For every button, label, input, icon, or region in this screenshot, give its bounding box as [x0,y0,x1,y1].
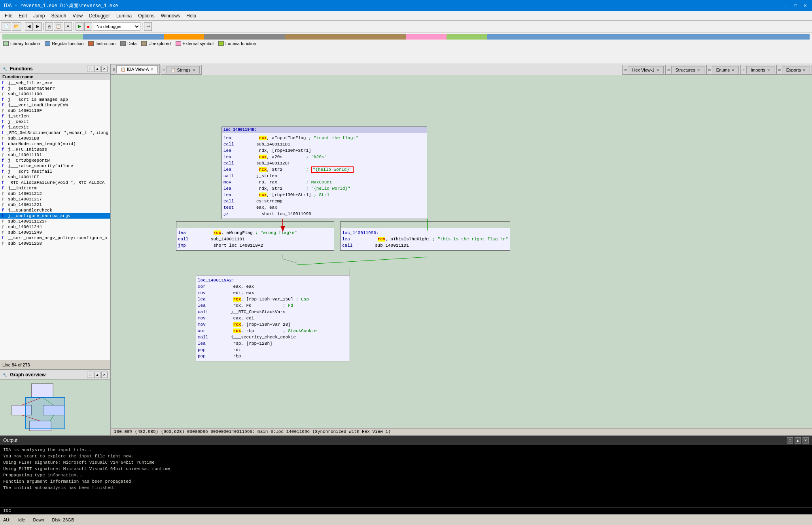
menu-jump[interactable]: Jump [30,12,48,19]
func-list-item[interactable]: fj___scrt_is_managed_app [0,97,110,102]
menu-windows[interactable]: Windows [158,12,184,19]
toolbar-stop[interactable]: ■ [84,22,92,31]
output-line: IDA is analysing the input file... [3,447,809,453]
functions-close-btn[interactable]: ✕ [101,66,108,72]
menu-help[interactable]: Help [183,12,199,19]
tab-ida-view-icon: 📋 [121,67,125,72]
bottom-status-bar: AU: idle Down Disk: 26GB [0,514,812,525]
coord-bar: 100.00% (482,985) (960,628) 00000D96 000… [111,428,812,435]
func-list-item[interactable]: ƒsub_14001119F [0,108,110,113]
func-list-item[interactable]: ƒsub_140011212 [0,191,110,196]
func-list-item[interactable]: ƒsub_140011221 [0,202,110,208]
graph-restore-btn[interactable]: □ [87,372,93,378]
tab-ida-view[interactable]: 📋 IDA View-A ✕ [116,65,158,74]
toolbar-back[interactable]: ◀ [25,22,33,31]
output-maximize-btn[interactable]: ▲ [795,437,801,444]
tab-strings[interactable]: 📋 Strings ✕ [167,66,200,74]
func-list-item[interactable]: fj_strlen [0,113,110,119]
toolbar-fwd[interactable]: ▶ [34,22,42,31]
graph-close-btn[interactable]: ✕ [101,372,108,378]
menu-lumina[interactable]: Lumina [113,12,135,19]
func-list-item[interactable]: fj_atexit [0,125,110,130]
toolbar-copy[interactable]: ⎘ [45,22,53,31]
output-close-btn[interactable]: ✕ [803,437,809,444]
graph-maximize-btn[interactable]: ▲ [94,372,100,378]
maximize-button[interactable]: □ [791,2,799,9]
toolbar-run[interactable]: ▶ [76,22,83,31]
output-input[interactable] [13,508,809,513]
legend-label-data: Data [127,41,136,46]
toolbar-open[interactable]: 📂 [12,22,21,31]
func-list-item[interactable]: fj__GSHandlerCheck [0,208,110,213]
func-list-item[interactable]: ƒsub_140011B8 [0,136,110,141]
tab-structures-close[interactable]: ✕ [697,68,700,72]
tab-imports[interactable]: Imports ✕ [746,66,774,74]
func-icon-f: f [2,114,6,119]
func-list-item[interactable]: ƒsub_140011244 [0,224,110,230]
legend-external: External symbol [176,41,214,46]
wrong-block-header [176,222,334,228]
func-list-item[interactable]: fj__seh_filter_exe [0,80,110,86]
graph-view[interactable]: loc_140011948: lea rcx, aInputTheFlag ; … [111,75,812,435]
func-list-item[interactable]: f__scrt_narrow_argv_policy::configure_a [0,235,110,241]
menu-options[interactable]: Options [135,12,157,19]
func-list-item[interactable]: ƒsub_140011249 [0,230,110,235]
func-list-item[interactable]: fj__configure_narrow_argv [0,213,110,219]
close-button[interactable]: ✕ [801,2,809,9]
func-list-item[interactable]: ƒsub_1400111D1 [0,152,110,158]
func-list-item[interactable]: fcharNode::raw_length(void) [0,141,110,147]
legend-color-external [176,41,181,46]
menu-file[interactable]: File [2,12,15,19]
tab-hex-view[interactable]: Hex View-1 ✕ [628,66,663,74]
func-list-item[interactable]: f_RTC_AllocaFailure(void *,_RTC_ALLOCA_ [0,180,110,185]
tab-hex-view-close[interactable]: ✕ [656,68,659,72]
functions-maximize-btn[interactable]: ▲ [94,66,100,72]
func-list-item[interactable]: fj__RTC_InitBase [0,147,110,152]
functions-list[interactable]: fj__seh_filter_exefj___setusermatherrƒsu… [0,80,110,360]
func-list-item[interactable]: ƒsub_1400111123F [0,219,110,224]
func-icon-f: f [2,81,6,85]
tab-strings-close[interactable]: ✕ [192,68,195,72]
menu-debugger[interactable]: Debugger [86,12,113,19]
title-bar-title: IDA - reverse_1.exe D:\桌面\reverse_1.exe [3,2,118,9]
functions-restore-btn[interactable]: □ [87,66,93,72]
tab-imports-close[interactable]: ✕ [767,68,770,72]
func-list-item[interactable]: fj___raise_securityfailure [0,163,110,169]
output-line: The initial autoanalysis has been finish… [3,485,809,491]
tab-structures[interactable]: Structures ✕ [671,66,704,74]
graph-overview-canvas[interactable] [0,380,110,435]
tab-ida-view-close[interactable]: ✕ [150,67,153,72]
func-list-item[interactable]: fj__cexit [0,119,110,125]
toolbar-step[interactable]: ⇒ [144,22,152,31]
func-list-item[interactable]: ƒsub_140011258 [0,241,110,246]
menu-search[interactable]: Search [48,12,69,19]
toolbar-new[interactable]: 📄 [2,22,11,31]
tab-enums-close[interactable]: ✕ [731,68,734,72]
func-list-item[interactable]: fj__CrtDbgReportW [0,158,110,163]
output-restore-btn[interactable]: □ [787,437,793,444]
menu-edit[interactable]: Edit [15,12,30,19]
tab-exports-close[interactable]: ✕ [803,68,806,72]
legend-color-instruction [88,41,94,46]
tab-exports[interactable]: Exports ✕ [782,66,810,74]
toolbar-paste[interactable]: 📋 [54,22,63,31]
func-list-item[interactable]: ƒsub_140011217 [0,196,110,202]
func-list-item[interactable]: fj___setusermatherr [0,86,110,91]
functions-column-header: Function name [0,74,110,80]
func-list-item[interactable]: ƒsub_140011EF [0,174,110,180]
debugger-select[interactable]: No debugger [93,22,140,31]
func-list-item[interactable]: ƒsub_140011190 [0,91,110,97]
func-item-label: sub_140011EF [8,175,39,179]
minimize-button[interactable]: — [782,2,790,9]
func-list-item[interactable]: fj___scrt_fastfail [0,169,110,174]
toolbar-find[interactable]: A [64,22,72,31]
func-item-label: j___raise_securityfailure [8,164,73,168]
func-list-item[interactable]: fj___vcrt_LoadLibraryExW [0,102,110,108]
tab-enums[interactable]: Enums ✕ [712,66,739,74]
legend-regular: Regular function [45,41,83,46]
menu-view[interactable]: View [69,12,86,19]
func-item-label: j__initterm [8,186,37,191]
func-list-item[interactable]: f_RTC_GetSrcLine(uchar *,wchar_t *,ulong [0,130,110,136]
legend-library: Library function [3,41,40,46]
func-list-item[interactable]: fj__initterm [0,185,110,191]
